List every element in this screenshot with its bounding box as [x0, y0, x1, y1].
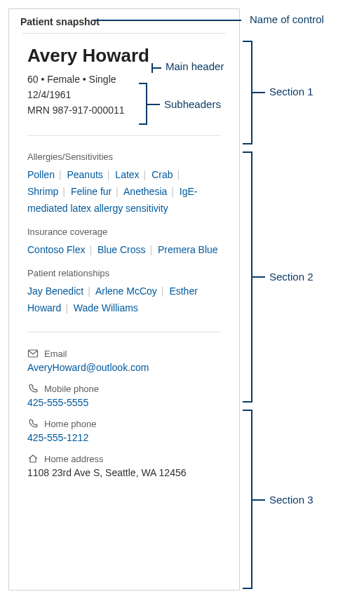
- list-item[interactable]: Arlene McCoy: [95, 285, 157, 297]
- list-item[interactable]: Jay Benedict: [27, 285, 83, 297]
- separator: |: [177, 169, 180, 180]
- allergies-label: Allergies/Sensitivities: [27, 151, 221, 162]
- annotation-bracket: [139, 83, 147, 125]
- relationships-label: Patient relationships: [27, 268, 221, 278]
- contact-mobile: Mobile phone 425-555-5555: [27, 383, 221, 408]
- mobile-label: Mobile phone: [44, 384, 99, 394]
- annotation-line: [151, 67, 161, 69]
- list-item[interactable]: Premera Blue: [158, 244, 218, 255]
- separator: |: [59, 169, 62, 180]
- list-item[interactable]: Peanuts: [67, 169, 102, 180]
- separator: |: [171, 186, 174, 197]
- contact-home-phone: Home phone 425-555-1212: [27, 418, 221, 443]
- divider: [27, 135, 221, 136]
- list-item[interactable]: Crab: [151, 169, 173, 180]
- phone-icon: [27, 383, 39, 394]
- annotation-name-of-control: Name of control: [250, 13, 324, 25]
- home-address-value: 1108 23rd Ave S, Seattle, WA 12456: [27, 467, 221, 478]
- list-item[interactable]: Shrimp: [27, 186, 58, 197]
- contact-home-address: Home address 1108 23rd Ave S, Seattle, W…: [27, 453, 221, 478]
- annotation-bracket: [243, 41, 252, 144]
- allergies-list: Pollen| Peanuts| Latex| Crab| Shrimp| Fe…: [27, 166, 221, 217]
- list-item[interactable]: Contoso Flex: [27, 244, 85, 255]
- mobile-value[interactable]: 425-555-5555: [27, 397, 221, 408]
- annotation-line: [252, 92, 265, 93]
- email-value[interactable]: AveryHoward@outlook.com: [27, 362, 221, 373]
- home-phone-label: Home phone: [44, 419, 96, 429]
- annotation-line: [147, 104, 160, 105]
- list-item[interactable]: Anethesia: [123, 186, 167, 197]
- annotation-line: [94, 20, 241, 21]
- relationships-list: Jay Benedict| Arlene McCoy| Esther Howar…: [27, 283, 221, 316]
- annotation-section-1: Section 1: [269, 86, 314, 97]
- annotation-section-3: Section 3: [269, 494, 314, 506]
- list-item[interactable]: Wade Williams: [74, 302, 138, 313]
- annotation-section-2: Section 2: [269, 271, 314, 283]
- separator: |: [149, 244, 152, 255]
- contact-email: Email AveryHoward@outlook.com: [27, 348, 221, 373]
- patient-snapshot-card: Patient snapshot Avery Howard 60 • Femal…: [8, 8, 240, 590]
- annotation-subheaders: Subheaders: [164, 98, 221, 110]
- section-2: Allergies/Sensitivities Pollen| Peanuts|…: [9, 140, 239, 327]
- list-item[interactable]: Pollen: [27, 169, 55, 180]
- section-1: Avery Howard 60 • Female • Single 12/4/1…: [9, 34, 239, 131]
- divider: [27, 332, 221, 332]
- list-item[interactable]: Feline fur: [71, 186, 112, 197]
- separator: |: [116, 186, 119, 197]
- annotation-bracket: [243, 151, 252, 403]
- separator: |: [161, 285, 164, 297]
- insurance-list: Contoso Flex| Blue Cross| Premera Blue: [27, 241, 221, 258]
- home-phone-value[interactable]: 425-555-1212: [27, 432, 221, 443]
- section-3: Email AveryHoward@outlook.com Mobile pho…: [9, 337, 239, 499]
- home-address-label: Home address: [44, 454, 104, 464]
- list-item[interactable]: Blue Cross: [97, 244, 145, 255]
- phone-icon: [27, 418, 39, 429]
- separator: |: [107, 169, 110, 180]
- annotation-bracket: [243, 410, 252, 589]
- mail-icon: [27, 348, 39, 359]
- annotation-line: [252, 499, 265, 501]
- annotation-line: [252, 276, 265, 278]
- separator: |: [62, 186, 65, 197]
- allergies-group: Allergies/Sensitivities Pollen| Peanuts|…: [27, 151, 221, 217]
- email-label: Email: [44, 349, 67, 359]
- card-title: Patient snapshot: [9, 9, 239, 33]
- insurance-label: Insurance coverage: [27, 227, 221, 237]
- separator: |: [89, 244, 92, 255]
- list-item[interactable]: Latex: [115, 169, 139, 180]
- home-icon: [27, 453, 39, 464]
- separator: |: [65, 302, 68, 313]
- separator: |: [88, 285, 90, 297]
- insurance-group: Insurance coverage Contoso Flex| Blue Cr…: [27, 227, 221, 258]
- patient-demo-line: 60 • Female • Single: [27, 74, 221, 85]
- annotation-main-header: Main header: [166, 60, 224, 72]
- relationships-group: Patient relationships Jay Benedict| Arle…: [27, 268, 221, 316]
- separator: |: [144, 169, 147, 180]
